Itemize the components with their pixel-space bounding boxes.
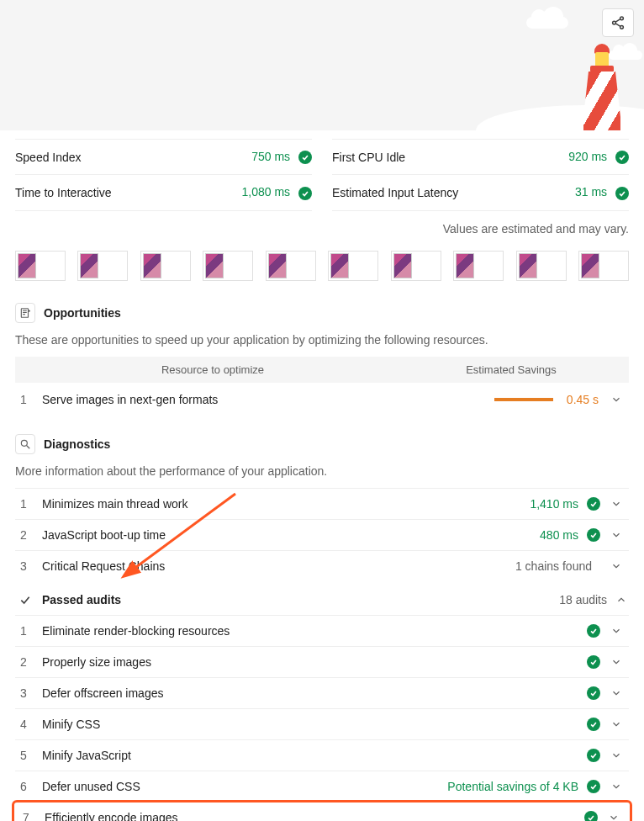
passed-audit-row[interactable]: 5Minify JavaScript [15,739,629,771]
passed-audit-row[interactable]: 4Minify CSS [15,708,629,739]
row-text: Defer unused CSS [42,780,447,793]
diagnostic-value: 1 chains found [515,559,592,573]
audit-count: 18 audits [559,593,607,606]
check-icon [584,811,598,821]
metric-label: First CPU Idle [332,151,405,164]
diagnostic-row[interactable]: 3Critical Request Chains1 chains found [15,550,629,581]
metric-row: Time to Interactive 1,080 ms [15,174,312,210]
chevron-up-icon[interactable] [614,594,629,606]
check-icon [587,624,600,638]
svg-line-3 [615,19,620,22]
chevron-down-icon[interactable] [609,781,624,792]
metric-label: Estimated Input Latency [332,186,458,199]
estimate-note: Values are estimated and may vary. [15,210,629,247]
column-header: Resource to optimize [24,363,402,376]
row-text: Serve images in next-gen formats [42,393,494,406]
potential-savings: Potential savings of 4 KB [447,780,578,793]
chevron-down-icon[interactable] [609,560,624,572]
check-icon [298,151,312,164]
share-icon [610,15,626,30]
row-text: Eliminate render-blocking resources [42,624,587,638]
filmstrip-frame[interactable] [516,251,567,281]
metric-value: 1,080 ms [242,185,291,199]
column-header: Estimated Savings [402,363,620,376]
diagnostic-row[interactable]: 1Minimizes main thread work1,410 ms [15,488,629,519]
check-icon [587,718,600,731]
chevron-down-icon[interactable] [609,394,624,405]
chevron-down-icon[interactable] [609,498,624,510]
row-number: 3 [20,559,42,573]
opportunity-row[interactable]: 1 Serve images in next-gen formats 0.45 … [15,383,629,417]
check-icon [587,655,600,669]
section-description: These are opportunities to speed up your… [15,333,629,347]
filmstrip-thumb [205,253,224,278]
filmstrip-frame[interactable] [453,251,504,281]
check-icon [615,151,629,164]
row-text: Efficiently encode images [45,811,584,821]
check-icon [587,528,600,542]
metric-label: Time to Interactive [15,186,112,199]
passed-audit-row[interactable]: 3Defer offscreen images [15,677,629,708]
passed-audit-row[interactable]: 7Efficiently encode images [12,800,632,821]
row-number: 2 [20,528,42,542]
row-text: Minify JavaScript [42,749,587,762]
filmstrip-frame[interactable] [578,251,629,281]
row-number: 7 [23,811,45,821]
savings-bar [494,398,553,401]
filmstrip-thumb [456,253,474,278]
diagnostics-header: Diagnostics [15,429,629,459]
filmstrip [15,247,629,298]
chevron-down-icon[interactable] [606,812,621,821]
chevron-down-icon[interactable] [609,529,624,541]
share-button[interactable] [602,8,634,37]
filmstrip-thumb [519,253,537,278]
row-text: Minify CSS [42,718,587,731]
svg-line-4 [615,24,620,26]
row-number: 3 [20,686,42,700]
filmstrip-thumb [581,253,599,278]
metric-value: 920 ms [568,150,607,163]
chevron-down-icon[interactable] [609,656,624,668]
filmstrip-thumb [330,253,349,278]
section-description: More information about the performance o… [15,464,629,478]
opportunities-icon [15,303,35,323]
filmstrip-frame[interactable] [266,251,316,281]
passed-audits-header[interactable]: Passed audits 18 audits [15,581,629,615]
diagnostic-row[interactable]: 2JavaScript boot-up time480 ms [15,519,629,550]
savings-value: 0.45 s [567,393,599,406]
diagnostic-value: 1,410 ms [530,497,578,511]
passed-audit-row[interactable]: 2Properly size images [15,646,629,677]
filmstrip-frame[interactable] [140,251,191,281]
check-icon [587,780,600,793]
opportunities-header: Opportunities [15,298,629,328]
filmstrip-frame[interactable] [391,251,441,281]
svg-point-11 [21,440,27,446]
check-icon [15,590,35,610]
row-number: 5 [20,749,42,762]
svg-line-12 [27,445,30,448]
magnifier-icon [15,434,35,454]
passed-audit-row[interactable]: 6Defer unused CSSPotential savings of 4 … [15,771,629,802]
cloud-icon [526,17,568,29]
chevron-down-icon[interactable] [609,687,624,699]
row-text: Minimizes main thread work [42,497,530,511]
filmstrip-thumb [143,253,161,278]
filmstrip-frame[interactable] [328,251,378,281]
row-text: Defer offscreen images [42,686,587,700]
lighthouse-icon [583,44,620,130]
row-number: 2 [20,655,42,669]
hero-banner [0,0,644,130]
chevron-down-icon[interactable] [609,749,624,761]
filmstrip-frame[interactable] [77,251,128,281]
filmstrip-thumb [268,253,287,278]
chevron-down-icon[interactable] [609,625,624,637]
chevron-down-icon[interactable] [609,718,624,730]
metric-row: Speed Index 750 ms [15,139,312,175]
passed-audit-row[interactable]: 1Eliminate render-blocking resources [15,615,629,646]
check-icon [298,187,312,200]
filmstrip-thumb [393,253,412,278]
filmstrip-frame[interactable] [203,251,253,281]
filmstrip-frame[interactable] [15,251,66,281]
svg-point-2 [620,25,624,29]
opportunities-columns: Resource to optimize Estimated Savings [15,357,629,383]
